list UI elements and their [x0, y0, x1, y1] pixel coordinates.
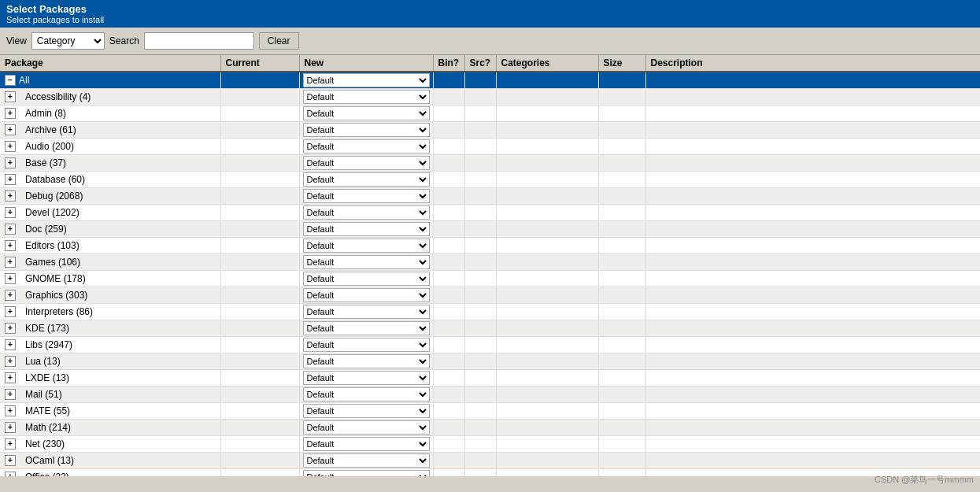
- new-cell[interactable]: DefaultInstallReinstallUninstallSkip: [299, 370, 433, 387]
- table-row[interactable]: +KDE (173)DefaultInstallReinstallUninsta…: [0, 320, 980, 337]
- new-cell[interactable]: DefaultInstallReinstallUninstallSkip: [299, 89, 433, 105]
- expand-btn[interactable]: +: [5, 323, 16, 334]
- expand-btn[interactable]: +: [5, 257, 16, 268]
- new-select[interactable]: DefaultInstallReinstallUninstallSkip: [303, 156, 430, 170]
- table-row[interactable]: +Devel (1202)DefaultInstallReinstallUnin…: [0, 205, 980, 221]
- new-cell[interactable]: DefaultInstallReinstallUninstallSkip: [299, 139, 433, 155]
- table-row[interactable]: +Accessibility (4)DefaultInstallReinstal…: [0, 89, 980, 105]
- table-row[interactable]: +Admin (8)DefaultInstallReinstallUninsta…: [0, 105, 980, 122]
- table-row[interactable]: +Office (23)DefaultInstallReinstallUnins…: [0, 469, 980, 477]
- new-select[interactable]: DefaultInstallReinstallUninstallSkip: [303, 338, 430, 352]
- expand-btn[interactable]: +: [5, 273, 16, 284]
- new-select[interactable]: DefaultInstallReinstallUninstallSkip: [303, 354, 430, 368]
- new-cell[interactable]: DefaultInstallReinstallUninstallSkip: [299, 320, 433, 337]
- new-cell[interactable]: DefaultInstallReinstallUninstallSkip: [299, 403, 433, 420]
- new-cell[interactable]: DefaultInstallReinstallUninstallSkip: [299, 271, 433, 287]
- expand-btn[interactable]: +: [5, 405, 16, 416]
- clear-button[interactable]: Clear: [259, 32, 299, 50]
- new-select[interactable]: DefaultInstallReinstallUninstallSkip: [303, 123, 430, 137]
- new-select[interactable]: DefaultInstallReinstallUninstallSkip: [303, 387, 430, 401]
- new-select[interactable]: DefaultInstallReinstallUninstallSkip: [303, 255, 430, 269]
- new-select[interactable]: DefaultInstallReinstallUninstallSkip: [303, 205, 430, 220]
- expand-btn[interactable]: +: [5, 339, 16, 350]
- table-row[interactable]: +Editors (103)DefaultInstallReinstallUni…: [0, 238, 980, 254]
- table-row[interactable]: +Debug (2068)DefaultInstallReinstallUnin…: [0, 188, 980, 205]
- table-row[interactable]: +Graphics (303)DefaultInstallReinstallUn…: [0, 287, 980, 304]
- new-select[interactable]: DefaultInstallReinstallUninstallSkip: [303, 420, 430, 435]
- new-select[interactable]: DefaultInstallReinstallUninstallSkip: [303, 321, 430, 335]
- new-select[interactable]: DefaultInstallReinstallUninstallSkip: [303, 371, 430, 385]
- expand-btn[interactable]: +: [5, 91, 16, 102]
- new-select[interactable]: DefaultInstallReinstallUninstallSkip: [303, 404, 430, 418]
- new-cell[interactable]: DefaultInstallReinstallUninstallSkip: [299, 353, 433, 370]
- expand-btn[interactable]: +: [5, 306, 16, 317]
- new-select[interactable]: DefaultInstallReinstallUninstallSkip: [303, 272, 430, 286]
- new-select[interactable]: DefaultInstallReinstallUninstallSkip: [303, 470, 430, 476]
- new-cell[interactable]: DefaultInstallReinstallUninstallSkip: [299, 122, 433, 139]
- new-cell[interactable]: DefaultInstallReinstallUninstallSkip: [299, 72, 433, 89]
- expand-btn[interactable]: +: [5, 389, 16, 400]
- new-cell[interactable]: DefaultInstallReinstallUninstallSkip: [299, 337, 433, 353]
- new-select[interactable]: DefaultInstallReinstallUninstallSkip: [303, 437, 430, 451]
- expand-btn[interactable]: +: [5, 455, 16, 466]
- expand-btn[interactable]: +: [5, 438, 16, 449]
- new-select[interactable]: DefaultInstallReinstallUninstallSkip: [303, 73, 430, 87]
- new-cell[interactable]: DefaultInstallReinstallUninstallSkip: [299, 304, 433, 320]
- new-cell[interactable]: DefaultInstallReinstallUninstallSkip: [299, 469, 433, 477]
- new-cell[interactable]: DefaultInstallReinstallUninstallSkip: [299, 420, 433, 436]
- new-select[interactable]: DefaultInstallReinstallUninstallSkip: [303, 222, 430, 236]
- expand-btn[interactable]: +: [5, 191, 16, 202]
- view-select[interactable]: CategoryFullPartialUp to DateNot install…: [31, 32, 105, 50]
- new-select[interactable]: DefaultInstallReinstallUninstallSkip: [303, 172, 430, 187]
- table-row[interactable]: +Net (230)DefaultInstallReinstallUninsta…: [0, 436, 980, 453]
- expand-btn[interactable]: +: [5, 290, 16, 301]
- table-row[interactable]: +Base (37)DefaultInstallReinstallUninsta…: [0, 155, 980, 172]
- table-row[interactable]: +OCaml (13)DefaultInstallReinstallUninst…: [0, 453, 980, 469]
- new-select[interactable]: DefaultInstallReinstallUninstallSkip: [303, 305, 430, 319]
- new-cell[interactable]: DefaultInstallReinstallUninstallSkip: [299, 221, 433, 238]
- expand-btn[interactable]: +: [5, 141, 16, 152]
- new-select[interactable]: DefaultInstallReinstallUninstallSkip: [303, 90, 430, 104]
- new-cell[interactable]: DefaultInstallReinstallUninstallSkip: [299, 188, 433, 205]
- new-cell[interactable]: DefaultInstallReinstallUninstallSkip: [299, 238, 433, 254]
- collapse-btn[interactable]: −: [5, 75, 16, 86]
- new-cell[interactable]: DefaultInstallReinstallUninstallSkip: [299, 453, 433, 469]
- table-row[interactable]: +GNOME (178)DefaultInstallReinstallUnins…: [0, 271, 980, 287]
- new-cell[interactable]: DefaultInstallReinstallUninstallSkip: [299, 387, 433, 403]
- expand-btn[interactable]: +: [5, 174, 16, 185]
- new-select[interactable]: DefaultInstallReinstallUninstallSkip: [303, 106, 430, 120]
- new-select[interactable]: DefaultInstallReinstallUninstallSkip: [303, 453, 430, 468]
- table-row[interactable]: +Database (60)DefaultInstallReinstallUni…: [0, 172, 980, 188]
- new-cell[interactable]: DefaultInstallReinstallUninstallSkip: [299, 205, 433, 221]
- table-row[interactable]: −AllDefaultInstallReinstallUninstallSkip: [0, 72, 980, 89]
- new-cell[interactable]: DefaultInstallReinstallUninstallSkip: [299, 254, 433, 271]
- new-select[interactable]: DefaultInstallReinstallUninstallSkip: [303, 189, 430, 203]
- expand-btn[interactable]: +: [5, 422, 16, 433]
- table-row[interactable]: +Archive (61)DefaultInstallReinstallUnin…: [0, 122, 980, 139]
- expand-btn[interactable]: +: [5, 224, 16, 235]
- table-row[interactable]: +Interpreters (86)DefaultInstallReinstal…: [0, 304, 980, 320]
- expand-btn[interactable]: +: [5, 108, 16, 119]
- expand-btn[interactable]: +: [5, 472, 16, 476]
- new-select[interactable]: DefaultInstallReinstallUninstallSkip: [303, 139, 430, 154]
- new-select[interactable]: DefaultInstallReinstallUninstallSkip: [303, 239, 430, 253]
- new-cell[interactable]: DefaultInstallReinstallUninstallSkip: [299, 155, 433, 172]
- expand-btn[interactable]: +: [5, 207, 16, 218]
- new-cell[interactable]: DefaultInstallReinstallUninstallSkip: [299, 436, 433, 453]
- expand-btn[interactable]: +: [5, 157, 16, 168]
- table-row[interactable]: +Libs (2947)DefaultInstallReinstallUnins…: [0, 337, 980, 353]
- table-row[interactable]: +MATE (55)DefaultInstallReinstallUninsta…: [0, 403, 980, 420]
- new-cell[interactable]: DefaultInstallReinstallUninstallSkip: [299, 172, 433, 188]
- table-row[interactable]: +Math (214)DefaultInstallReinstallUninst…: [0, 420, 980, 436]
- expand-btn[interactable]: +: [5, 356, 16, 367]
- table-row[interactable]: +LXDE (13)DefaultInstallReinstallUninsta…: [0, 370, 980, 387]
- table-row[interactable]: +Audio (200)DefaultInstallReinstallUnins…: [0, 139, 980, 155]
- new-cell[interactable]: DefaultInstallReinstallUninstallSkip: [299, 105, 433, 122]
- table-row[interactable]: +Doc (259)DefaultInstallReinstallUninsta…: [0, 221, 980, 238]
- table-row[interactable]: +Games (106)DefaultInstallReinstallUnins…: [0, 254, 980, 271]
- expand-btn[interactable]: +: [5, 124, 16, 135]
- search-input[interactable]: [144, 32, 254, 50]
- new-select[interactable]: DefaultInstallReinstallUninstallSkip: [303, 288, 430, 302]
- table-row[interactable]: +Mail (51)DefaultInstallReinstallUninsta…: [0, 387, 980, 403]
- expand-btn[interactable]: +: [5, 372, 16, 383]
